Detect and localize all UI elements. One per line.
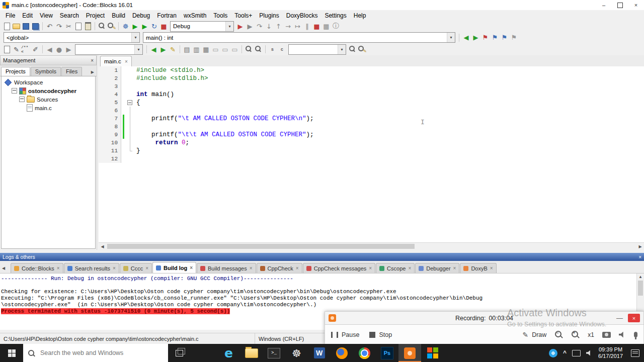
log-tab-build-log[interactable]: Build log× [152, 262, 196, 273]
save-file-icon[interactable] [21, 22, 31, 31]
taskbar-word-button[interactable]: W [308, 344, 331, 362]
network-tray-icon[interactable] [572, 350, 581, 356]
incremental-search-combo[interactable] [288, 44, 346, 55]
volume-tray-icon[interactable] [586, 350, 593, 356]
style-c-icon[interactable]: C [277, 45, 287, 54]
jump-forward-icon[interactable]: ▶ [158, 45, 168, 54]
screenshot-camera-icon[interactable] [602, 332, 611, 338]
recorder-minimize-button[interactable]: — [616, 314, 623, 322]
menu-wxsmith[interactable]: wxSmith [180, 11, 210, 20]
window-maximize-button[interactable] [612, 0, 628, 10]
scrollbar-thumb[interactable] [107, 244, 415, 249]
taskbar-chrome-button[interactable] [353, 344, 376, 362]
menu-debug[interactable]: Debug [129, 11, 153, 20]
stop-button[interactable]: Stop [369, 331, 392, 338]
window-close-button[interactable]: × [628, 0, 644, 10]
next-bookmark-icon[interactable]: ⚑ [500, 33, 509, 42]
taskbar-file-explorer-button[interactable] [240, 344, 263, 362]
frame-2-icon[interactable]: ▭ [220, 45, 230, 54]
menu-fortran[interactable]: Fortran [153, 11, 180, 20]
editor-horizontal-scrollbar[interactable] [99, 242, 644, 250]
log-tab-cppcheck-messages[interactable]: CppCheck messages× [303, 263, 375, 273]
style-s-icon[interactable]: S [268, 45, 277, 54]
code-line-9[interactable]: 9 printf("\t\t AM CALLED OSTON CODE CYPH… [99, 131, 644, 139]
log-tab-close-icon[interactable]: × [490, 265, 493, 271]
browse-tracker-combo[interactable] [75, 44, 143, 55]
scope-combo[interactable]: <global> [4, 32, 140, 43]
copy-icon[interactable] [73, 22, 83, 31]
log-tab-close-icon[interactable]: × [369, 265, 372, 271]
menu-help[interactable]: Help [350, 11, 370, 20]
scroll-up-arrow-icon[interactable] [638, 275, 642, 279]
align-box-2-icon[interactable]: ▥ [192, 45, 201, 54]
code-line-2[interactable]: 2#include <stdlib.h> [99, 74, 644, 82]
menu-build[interactable]: Build [108, 11, 129, 20]
clear-bookmarks-icon[interactable]: ⚑ [509, 33, 519, 42]
replace-icon[interactable] [107, 22, 116, 31]
code-line-4[interactable]: 4int main() [99, 90, 644, 99]
chevron-down-icon[interactable] [131, 33, 139, 42]
code-line-5[interactable]: 5{ [99, 99, 644, 107]
code-line-8[interactable]: 8 [99, 123, 644, 131]
open-file-icon[interactable] [12, 22, 21, 31]
tree-item-ostoncodecypher[interactable]: ostoncodecypher [2, 86, 95, 95]
code-area[interactable]: I 1#include <stdio.h>2#include <stdlib.h… [99, 66, 644, 243]
browse-forward-icon[interactable]: ▶ [64, 45, 73, 54]
frame-3-icon[interactable]: ▭ [230, 45, 239, 54]
step-into-icon[interactable]: ↓ [264, 22, 274, 31]
log-tab-build-messages[interactable]: Build messages× [197, 263, 256, 273]
goto-prev-function-icon[interactable]: ◀ [461, 33, 471, 42]
code-line-7[interactable]: 7 printf("\t AM CALLED OSTON CODE CYPHER… [99, 115, 644, 123]
log-tab-close-icon[interactable]: × [250, 265, 253, 271]
step-out-icon[interactable]: ↑ [274, 22, 283, 31]
build-icon[interactable]: ☸ [121, 22, 130, 31]
toggle-bookmark-icon[interactable]: ⚑ [480, 33, 490, 42]
hidden-icons-chevron-icon[interactable]: ^ [563, 349, 567, 356]
menu-doxyblocks[interactable]: DoxyBlocks [283, 11, 321, 20]
editor-tab-close-icon[interactable]: × [125, 59, 128, 64]
action-center-button[interactable] [628, 349, 641, 357]
rebuild-icon[interactable]: ↻ [149, 22, 159, 31]
debug-info-icon[interactable]: ⓘ [331, 22, 341, 31]
pause-button[interactable]: Pause [331, 331, 359, 338]
prev-bookmark-icon[interactable]: ⚑ [490, 33, 500, 42]
log-tab-code-blocks[interactable]: Code::Blocks× [11, 263, 63, 273]
step-into-instruction-icon[interactable]: ↦ [293, 22, 302, 31]
align-box-1-icon[interactable]: ▤ [182, 45, 192, 54]
management-tab-files[interactable]: Files [61, 67, 82, 76]
log-tab-search-results[interactable]: Search results× [64, 263, 119, 273]
scroll-right-arrow-icon[interactable] [636, 244, 644, 249]
tree-item-main-c[interactable]: main.c [2, 104, 95, 112]
debug-continue-icon[interactable]: ▶ [235, 22, 245, 31]
taskbar-clock[interactable]: 09:39 PM 6/17/2017 [598, 346, 623, 359]
zoom-in-icon[interactable] [254, 45, 263, 54]
task-view-button[interactable] [168, 344, 190, 362]
taskbar-recorder-button[interactable] [398, 344, 421, 362]
save-all-files-icon[interactable] [31, 22, 40, 31]
undo-icon[interactable]: ↶ [45, 22, 54, 31]
new-file-icon[interactable] [2, 22, 12, 31]
log-tab-debugger[interactable]: Debugger× [415, 263, 459, 273]
doxy-block-comment-icon[interactable]: /**< [21, 45, 31, 54]
menu-search[interactable]: Search [56, 11, 83, 20]
debugging-windows-icon[interactable]: ▦ [321, 22, 331, 31]
code-line-1[interactable]: 1#include <stdio.h> [99, 66, 644, 74]
run-to-cursor-icon[interactable]: ▶ [245, 22, 255, 31]
editor-tab-main-c[interactable]: main.c × [100, 56, 132, 66]
taskbar-office-button[interactable] [421, 344, 444, 362]
collapse-box-icon[interactable] [12, 88, 17, 94]
management-tab-projects[interactable]: Projects [1, 67, 30, 76]
cortana-tray-icon[interactable] [549, 349, 557, 357]
taskbar-firefox-button[interactable] [331, 344, 353, 362]
taskbar-edge-button[interactable]: e [217, 344, 240, 362]
find-icon[interactable] [97, 22, 107, 31]
menu-view[interactable]: View [36, 11, 56, 20]
jump-back-icon[interactable]: ◀ [149, 45, 158, 54]
collapse-box-icon[interactable] [19, 97, 25, 102]
fold-margin[interactable] [126, 99, 133, 107]
redo-icon[interactable]: ↷ [54, 22, 64, 31]
tree-item-workspace[interactable]: Workspace [2, 78, 95, 86]
log-tab-doxyb[interactable]: DoxyB× [460, 263, 496, 273]
taskbar-settings-button[interactable]: ☸ [285, 344, 308, 362]
code-line-11[interactable]: 11} [99, 147, 644, 155]
